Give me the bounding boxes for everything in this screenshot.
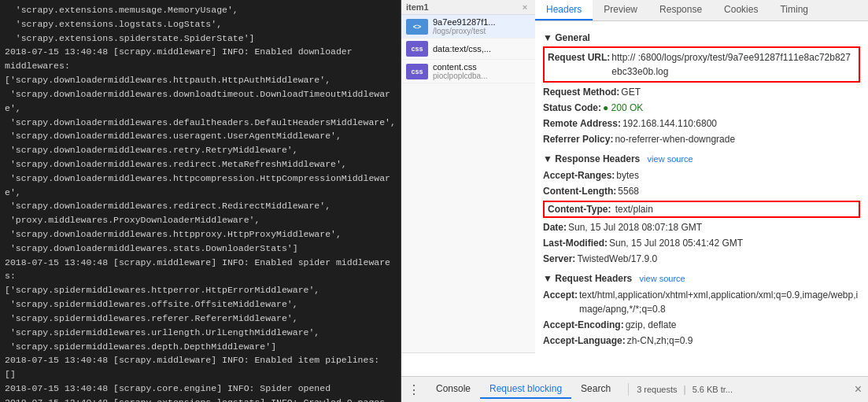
log-line: 'scrapy.spidermiddlewares.referer.Refere… [5, 312, 396, 326]
network-item[interactable]: css content.css pioclpoplcdba... [401, 60, 535, 83]
bottom-bar: ⋮ ConsoleRequest blockingSearch 3 reques… [401, 376, 868, 402]
headers-panel: ▼ General Request URL: http:// :6800/log… [535, 21, 868, 353]
response-header-value: Sun, 15 Jul 2018 08:07:18 GMT [568, 220, 860, 234]
network-item-icon: css [406, 64, 428, 79]
dot-menu-icon[interactable]: ⋮ [408, 382, 420, 397]
bottom-tab-search[interactable]: Search [571, 380, 620, 399]
referrer-policy-row: Referrer Policy: no-referrer-when-downgr… [543, 131, 860, 147]
log-line: 'scrapy.extensions.memusage.MemoryUsage'… [5, 3, 396, 17]
close-column-icon[interactable]: × [519, 2, 530, 12]
referrer-policy-label: Referrer Policy: [543, 132, 613, 146]
log-line: 'scrapy.downloadermiddlewares.defaulthea… [5, 116, 396, 130]
request-method-value: GET [621, 85, 860, 99]
request-headers-view-source[interactable]: view source [640, 274, 685, 283]
log-line: 'scrapy.extensions.spiderstate.SpiderSta… [5, 31, 396, 46]
log-line: 2018-07-15 13:40:48 [scrapy.middleware] … [5, 353, 396, 367]
remote-address-label: Remote Address: [543, 116, 621, 131]
response-header-row: Last-Modified: Sun, 15 Jul 2018 05:41:42… [543, 235, 860, 251]
response-header-row: Content-Length: 5568 [543, 183, 860, 199]
bottom-tab-console[interactable]: Console [427, 380, 480, 399]
bottom-tabs: ConsoleRequest blockingSearch [427, 380, 620, 399]
status-code-label: Status Code: [543, 101, 601, 115]
network-item-name: content.css [433, 62, 488, 72]
request-header-name: Accept-Encoding: [543, 318, 624, 332]
bottom-tab-request-blocking[interactable]: Request blocking [480, 380, 571, 399]
request-header-name: Accept-Language: [543, 334, 626, 348]
network-item[interactable]: <> 9a7ee91287f1... /logs/proxy/test [401, 15, 535, 39]
network-item-subname: pioclpoplcdba... [433, 72, 488, 80]
response-headers-view-source[interactable]: view source [648, 154, 693, 164]
log-line: 2018-07-15 13:40:48 [scrapy.middleware] … [5, 45, 396, 59]
log-line: 'scrapy.downloadermiddlewares.useragent.… [5, 129, 396, 143]
request-headers-section-title: ▼ Request Headers view source [543, 273, 860, 284]
referrer-policy-value: no-referrer-when-downgrade [615, 132, 860, 146]
request-header-value: text/html,application/xhtml+xml,applicat… [579, 288, 860, 316]
request-url-box: Request URL: http:// :6800/logs/proxy/te… [543, 46, 860, 83]
separator [628, 383, 629, 396]
tab-response[interactable]: Response [648, 0, 713, 20]
response-headers-toggle: ▼ Response Headers [543, 153, 640, 164]
response-headers-section-title: ▼ Response Headers view source [543, 153, 860, 164]
response-header-value: bytes [616, 168, 860, 183]
remote-address-row: Remote Address: 192.168.144.110:6800 [543, 116, 860, 131]
request-count: 3 requests [637, 385, 677, 394]
request-url-value: http:// :6800/logs/proxy/test/9a7ee91287… [611, 50, 855, 79]
response-header-name: Content-Length: [543, 184, 616, 198]
log-line: 2018-07-15 13:40:48 [scrapy.middleware] … [5, 256, 396, 284]
data-size: 5.6 KB tr... [693, 385, 733, 394]
request-header-row: Accept: text/html,application/xhtml+xml,… [543, 287, 860, 317]
response-header-row: Date: Sun, 15 Jul 2018 08:07:18 GMT [543, 219, 860, 235]
remote-address-value: 192.168.144.110:6800 [622, 116, 860, 131]
devtools-tabs: HeadersPreviewResponseCookiesTiming [535, 0, 868, 21]
tab-timing[interactable]: Timing [769, 0, 819, 20]
tab-headers[interactable]: Headers [535, 0, 593, 20]
console-log-panel: 'scrapy.extensions.memusage.MemoryUsage'… [0, 0, 401, 402]
status-code-row: Status Code: ● 200 OK [543, 100, 860, 116]
request-header-row: Accept-Encoding: gzip, deflate [543, 317, 860, 333]
response-header-name: Server: [543, 252, 575, 266]
request-header-row: Accept-Language: zh-CN,zh;q=0.9 [543, 333, 860, 349]
log-line: 'scrapy.extensions.logstats.LogStats', [5, 17, 396, 31]
response-header-row: Content-Type: text/plain [543, 201, 860, 218]
request-headers-toggle: ▼ Request Headers [543, 273, 632, 284]
network-request-list: item1 × <> 9a7ee91287f1... /logs/proxy/t… [401, 0, 535, 353]
separator-dot: | [684, 384, 686, 395]
log-line: 'scrapy.spidermiddlewares.urllength.UrlL… [5, 326, 396, 340]
request-header-value: zh-CN,zh;q=0.9 [627, 334, 860, 348]
response-header-name: Last-Modified: [543, 236, 608, 250]
log-line: 2018-07-15 13:40:48 [scrapy.extensions.l… [5, 396, 396, 402]
log-line: 'scrapy.downloadermiddlewares.stats.Down… [5, 242, 396, 256]
response-header-row: Accept-Ranges: bytes [543, 168, 860, 183]
response-header-value: Sun, 15 Jul 2018 05:41:42 GMT [609, 236, 860, 250]
close-button[interactable]: × [855, 383, 862, 396]
request-url-label: Request URL: [548, 50, 610, 79]
log-line: ['scrapy.spidermiddlewares.httperror.Htt… [5, 283, 396, 297]
devtools-right-panel: item1 × <> 9a7ee91287f1... /logs/proxy/t… [401, 0, 868, 402]
response-header-row: Server: TwistedWeb/17.9.0 [543, 251, 860, 267]
status-code-value: ● 200 OK [603, 101, 860, 115]
request-header-value: gzip, deflate [626, 318, 860, 332]
tab-preview[interactable]: Preview [593, 0, 648, 20]
network-item[interactable]: css data:text/css,... [401, 39, 535, 60]
request-method-label: Request Method: [543, 85, 619, 99]
log-line: ['scrapy.downloadermiddlewares.httpauth.… [5, 73, 396, 87]
log-line: 'scrapy.downloadermiddlewares.httpproxy.… [5, 227, 396, 242]
name-col-header: item1 [406, 2, 519, 12]
tab-cookies[interactable]: Cookies [713, 0, 769, 20]
network-item-icon: <> [406, 19, 428, 35]
network-list-header: item1 × [401, 0, 535, 15]
log-line: 2018-07-15 13:40:48 [scrapy.core.engine]… [5, 382, 396, 396]
log-line: middlewares: [5, 59, 396, 73]
response-header-name: Content-Type: [548, 204, 611, 215]
log-line: 'scrapy.spidermiddlewares.depth.DepthMid… [5, 340, 396, 354]
network-item-icon: css [406, 41, 428, 57]
log-line: 'scrapy.downloadermiddlewares.retry.Retr… [5, 143, 396, 157]
request-method-row: Request Method: GET [543, 84, 860, 100]
network-item-subname: /logs/proxy/test [433, 27, 496, 35]
request-header-name: Accept: [543, 288, 578, 316]
general-section-title: ▼ General [543, 32, 860, 43]
response-header-value: 5568 [618, 184, 860, 198]
response-header-value: text/plain [615, 204, 653, 215]
network-item-name: data:text/css,... [433, 44, 491, 53]
log-line: 'proxy.middlewares.ProxyDownloaderMiddle… [5, 213, 396, 227]
